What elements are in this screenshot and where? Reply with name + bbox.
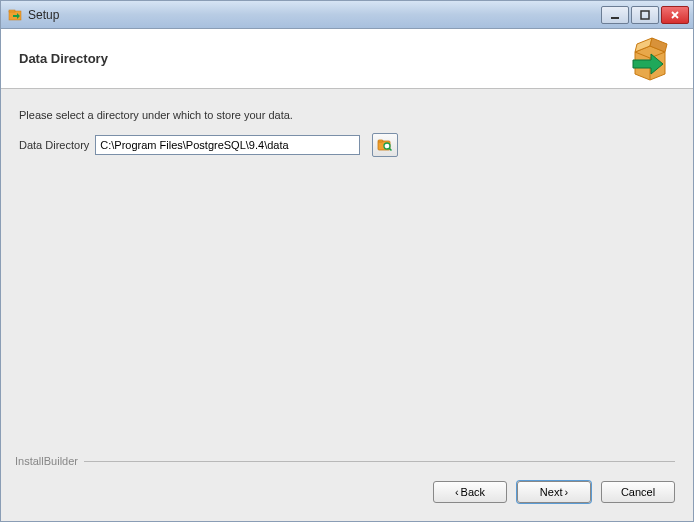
minimize-icon [610, 10, 620, 20]
window-controls [601, 6, 689, 24]
instruction-text: Please select a directory under which to… [19, 109, 675, 121]
app-icon [7, 7, 23, 23]
data-directory-row: Data Directory [19, 133, 675, 157]
svg-rect-5 [378, 140, 383, 142]
next-button[interactable]: Next › [517, 481, 591, 503]
minimize-button[interactable] [601, 6, 629, 24]
window-title: Setup [28, 8, 601, 22]
back-button-label: Back [461, 486, 485, 498]
maximize-icon [640, 10, 650, 20]
titlebar: Setup [1, 1, 693, 29]
browse-button[interactable] [372, 133, 398, 157]
box-arrow-icon [625, 34, 675, 84]
data-directory-label: Data Directory [19, 139, 89, 151]
setup-window: Setup Data Directory [0, 0, 694, 522]
footer-fieldset: InstallBuilder ‹ Back Next › Cancel [19, 455, 675, 503]
cancel-button[interactable]: Cancel [601, 481, 675, 503]
svg-rect-1 [9, 10, 15, 12]
maximize-button[interactable] [631, 6, 659, 24]
close-button[interactable] [661, 6, 689, 24]
footer-buttons: ‹ Back Next › Cancel [19, 481, 675, 503]
close-icon [670, 10, 680, 20]
svg-rect-2 [611, 17, 619, 19]
back-button[interactable]: ‹ Back [433, 481, 507, 503]
folder-search-icon [377, 137, 393, 153]
footer-section: InstallBuilder ‹ Back Next › Cancel [1, 455, 693, 521]
page-title: Data Directory [19, 51, 108, 66]
chevron-right-icon: › [564, 486, 568, 498]
next-button-label: Next [540, 486, 563, 498]
header-section: Data Directory [1, 29, 693, 89]
svg-rect-3 [641, 11, 649, 19]
data-directory-input[interactable] [95, 135, 360, 155]
cancel-button-label: Cancel [621, 486, 655, 498]
chevron-left-icon: ‹ [455, 486, 459, 498]
footer-legend: InstallBuilder [15, 455, 84, 467]
content-area: Please select a directory under which to… [1, 89, 693, 455]
